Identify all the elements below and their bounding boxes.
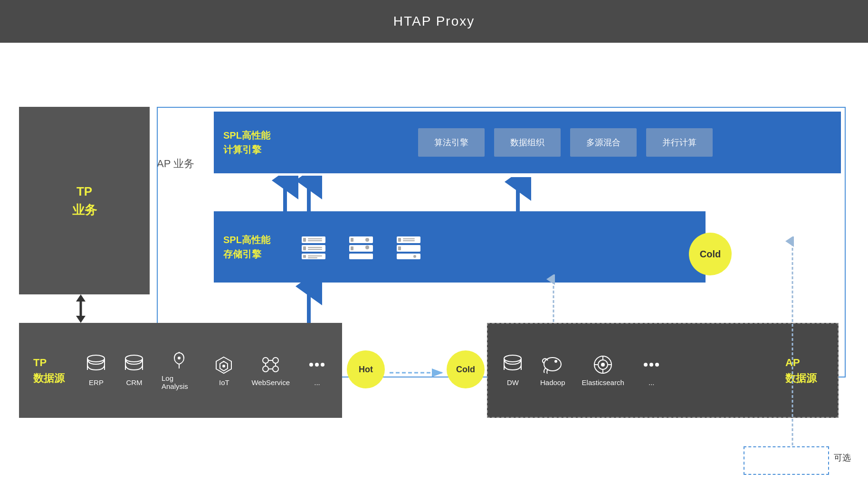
svg-rect-24 bbox=[403, 240, 415, 241]
arrow-up-storage-to-compute bbox=[295, 176, 323, 214]
cold-badge-bottom: Cold bbox=[447, 350, 485, 388]
dashed-arrow-ap-to-storage bbox=[546, 274, 561, 324]
svg-rect-3 bbox=[303, 238, 306, 242]
dashed-arrow-right-optional bbox=[785, 236, 800, 448]
svg-point-49 bbox=[222, 365, 225, 368]
arrow-up-ap-to-compute bbox=[504, 177, 532, 215]
optional-box bbox=[744, 446, 829, 475]
webservice-icon bbox=[260, 355, 281, 375]
main-content: TP业务 AP 业务 SPL高性能计算引擎 算法引擎 数据组织 多源混合 并行计… bbox=[0, 43, 868, 481]
storage-engine: SPL高性能存储引擎 bbox=[214, 211, 706, 283]
svg-point-59 bbox=[315, 363, 319, 367]
hot-badge: Hot bbox=[347, 350, 385, 388]
compute-module-parallel: 并行计算 bbox=[646, 128, 713, 157]
svg-rect-27 bbox=[397, 254, 420, 259]
log-icon bbox=[169, 350, 190, 370]
tp-source-iot: IoT bbox=[213, 355, 235, 387]
tp-source-erp: ERP bbox=[86, 355, 107, 387]
tp-data-box: TP数据源 ERP bbox=[19, 323, 342, 418]
svg-point-20 bbox=[365, 238, 369, 242]
svg-rect-7 bbox=[303, 246, 306, 250]
storage-icons bbox=[299, 234, 423, 260]
svg-point-60 bbox=[321, 363, 324, 367]
server-icon-3 bbox=[394, 234, 423, 260]
more-icon bbox=[306, 355, 328, 375]
htap-title: HTAP Proxy bbox=[393, 14, 475, 29]
svg-point-58 bbox=[309, 363, 313, 367]
tp-source-webservice: WebService bbox=[251, 355, 290, 387]
spl-storage-label: SPL高性能存储引擎 bbox=[223, 233, 285, 261]
svg-point-51 bbox=[273, 358, 278, 363]
htap-header: HTAP Proxy bbox=[0, 0, 868, 43]
svg-point-76 bbox=[649, 363, 653, 367]
svg-rect-9 bbox=[308, 249, 322, 250]
crm-icon bbox=[124, 355, 145, 375]
tp-business-box: TP业务 bbox=[19, 107, 150, 294]
svg-rect-4 bbox=[308, 238, 322, 239]
tp-business-label: TP业务 bbox=[72, 182, 97, 219]
svg-rect-15 bbox=[351, 238, 353, 242]
server-icon-2 bbox=[347, 234, 375, 260]
iot-icon bbox=[213, 355, 235, 375]
svg-point-63 bbox=[504, 355, 521, 362]
optional-label: 可选 bbox=[834, 452, 851, 463]
svg-rect-22 bbox=[398, 238, 401, 242]
arrow-up-tp-to-storage bbox=[295, 282, 323, 323]
erp-icon bbox=[86, 355, 107, 375]
compute-engine: SPL高性能计算引擎 算法引擎 数据组织 多源混合 并行计算 bbox=[214, 112, 841, 173]
svg-point-70 bbox=[601, 363, 605, 367]
tp-data-source-items: ERP CRM bbox=[86, 350, 328, 390]
svg-point-19 bbox=[365, 245, 369, 249]
cold-badge-storage: Cold bbox=[689, 233, 732, 275]
svg-point-53 bbox=[273, 366, 278, 372]
svg-rect-23 bbox=[403, 238, 415, 239]
svg-point-52 bbox=[263, 366, 268, 372]
svg-rect-12 bbox=[308, 255, 322, 256]
svg-marker-39 bbox=[76, 316, 86, 323]
svg-marker-38 bbox=[76, 294, 86, 302]
svg-rect-26 bbox=[398, 246, 401, 250]
tp-source-log: Log Analysis bbox=[162, 350, 197, 390]
ap-source-hadoop: Hadoop bbox=[540, 355, 565, 387]
ap-source-dw: DW bbox=[502, 355, 524, 387]
tp-data-label: TP数据源 bbox=[33, 355, 71, 386]
svg-point-43 bbox=[125, 355, 143, 362]
svg-point-77 bbox=[655, 363, 659, 367]
arrow-horizontal-hot-cold bbox=[387, 365, 449, 381]
svg-point-46 bbox=[178, 357, 181, 359]
server-icon-1 bbox=[299, 234, 328, 260]
compute-module-algorithm: 算法引擎 bbox=[418, 128, 485, 157]
svg-rect-18 bbox=[349, 254, 373, 259]
svg-rect-11 bbox=[303, 255, 306, 258]
ap-source-elasticsearch: Elasticsearch bbox=[582, 355, 624, 387]
elasticsearch-icon bbox=[591, 355, 615, 375]
tp-source-more: ... bbox=[306, 355, 328, 387]
ap-more-icon bbox=[641, 355, 662, 375]
svg-rect-13 bbox=[308, 257, 317, 258]
tp-source-crm: CRM bbox=[124, 355, 145, 387]
ap-data-source-items: DW Hadoop bbox=[502, 355, 771, 387]
svg-point-75 bbox=[644, 363, 648, 367]
arrow-double-tp bbox=[69, 294, 93, 323]
compute-module-data-org: 数据组织 bbox=[494, 128, 561, 157]
svg-point-50 bbox=[263, 358, 268, 363]
svg-rect-5 bbox=[308, 240, 322, 241]
compute-modules: 算法引擎 数据组织 多源混合 并行计算 bbox=[299, 128, 831, 157]
compute-module-multi-source: 多源混合 bbox=[570, 128, 637, 157]
svg-point-40 bbox=[87, 355, 105, 362]
svg-rect-17 bbox=[351, 246, 353, 250]
dw-icon bbox=[502, 355, 524, 375]
ap-source-more: ... bbox=[641, 355, 662, 387]
spl-compute-label: SPL高性能计算引擎 bbox=[223, 128, 285, 157]
svg-point-67 bbox=[554, 360, 557, 363]
svg-point-28 bbox=[413, 255, 416, 258]
svg-rect-8 bbox=[308, 247, 322, 248]
hadoop-icon bbox=[541, 355, 564, 375]
